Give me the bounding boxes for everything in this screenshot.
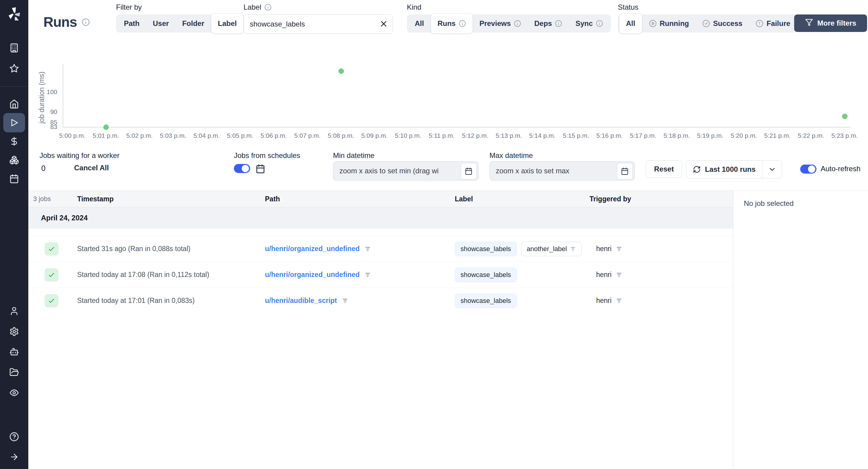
user-icon[interactable] <box>0 306 28 316</box>
col-label: Label <box>455 195 590 203</box>
col-timestamp: Timestamp <box>77 195 265 203</box>
jobs-from-schedules-toggle[interactable] <box>234 164 250 173</box>
run-path-link[interactable]: u/henri/organized_undefined <box>265 245 360 253</box>
kind-runs[interactable]: Runs <box>431 13 473 34</box>
kind-segmented: All Runs Previews Deps Sync <box>407 14 611 33</box>
user-filter-icon[interactable] <box>616 298 622 304</box>
page-title: Runs <box>43 14 77 30</box>
run-timestamp: Started 31s ago (Ran in 0,088s total) <box>77 245 265 253</box>
max-datetime-input[interactable] <box>490 162 634 180</box>
triggered-by-user: henri <box>596 296 612 305</box>
arrow-right-icon[interactable] <box>0 452 28 462</box>
path-filter-icon[interactable] <box>364 246 371 252</box>
filter-by-folder[interactable]: Folder <box>176 14 211 33</box>
label-info-icon[interactable] <box>264 4 272 11</box>
path-filter-icon[interactable] <box>364 272 371 278</box>
chart-data-point[interactable] <box>338 68 344 74</box>
run-path-link[interactable]: u/henri/organized_undefined <box>265 271 360 279</box>
more-filters-button[interactable]: More filters <box>794 14 867 32</box>
kind-deps-info-icon[interactable] <box>555 20 562 27</box>
date-group-header: April 24, 2024 <box>28 207 733 228</box>
chart-x-tick-label: 5:23 p.m. <box>820 132 868 139</box>
no-job-selected-text: No job selected <box>733 191 868 208</box>
kind-previews[interactable]: Previews <box>473 14 528 33</box>
auto-refresh-toggle[interactable] <box>800 164 816 174</box>
max-datetime-calendar-icon[interactable] <box>617 163 632 179</box>
schedule-calendar-icon <box>255 164 265 175</box>
chevron-down-icon <box>768 165 776 174</box>
label-pill: another_label <box>521 242 582 256</box>
folder-open-icon[interactable] <box>0 368 28 377</box>
kind-runs-info-icon[interactable] <box>459 20 466 27</box>
play-icon[interactable] <box>0 118 28 127</box>
cancel-all-button[interactable]: Cancel All <box>72 163 111 173</box>
min-datetime-calendar-icon[interactable] <box>461 163 476 179</box>
run-timestamp: Started today at 17:01 (Ran in 0,083s) <box>77 296 265 305</box>
run-path-link[interactable]: u/henri/audible_script <box>265 296 337 305</box>
eye-icon[interactable] <box>0 388 28 398</box>
runs-window-dropdown[interactable] <box>762 161 782 178</box>
success-check-icon <box>44 268 59 282</box>
kind-sync-info-icon[interactable] <box>596 20 603 27</box>
calendar-icon[interactable] <box>0 174 28 184</box>
home-icon[interactable] <box>0 99 28 109</box>
refresh-icon <box>693 165 701 173</box>
table-row[interactable]: Started 31s ago (Ran in 0,088s total) u/… <box>28 236 733 262</box>
robot-icon[interactable] <box>0 347 28 356</box>
help-circle-icon[interactable] <box>0 432 28 442</box>
label-filter-icon[interactable] <box>570 246 576 252</box>
reset-button[interactable]: Reset <box>646 160 682 178</box>
label-pill[interactable]: showcase_labels <box>455 242 517 256</box>
label-filter-input[interactable] <box>244 14 393 34</box>
table-row[interactable]: Started today at 17:08 (Ran in 0,112s to… <box>28 262 733 287</box>
status-failure[interactable]: Failure <box>749 14 797 33</box>
status-success[interactable]: Success <box>695 14 749 33</box>
table-row[interactable]: Started today at 17:01 (Ran in 0,083s) u… <box>28 287 733 313</box>
max-datetime-field <box>490 161 635 181</box>
chart-data-point[interactable] <box>103 124 109 130</box>
runs-window-button[interactable]: Last 1000 runs <box>686 161 762 178</box>
filters-header: Runs Filter by Path User Folder Label La… <box>28 0 868 45</box>
chart-data-point[interactable] <box>842 114 847 119</box>
user-filter-icon[interactable] <box>616 272 622 278</box>
chart-y-tick-label: 90 <box>28 108 57 116</box>
min-datetime-input[interactable] <box>333 162 478 180</box>
filter-by-label-option[interactable]: Label <box>211 13 244 34</box>
kind-all[interactable]: All <box>408 14 431 33</box>
status-segmented: All Running Success Failure <box>618 14 798 33</box>
chart-y-tick-label: 100 <box>28 88 57 96</box>
label-pill[interactable]: showcase_labels <box>455 268 517 282</box>
chart-y-axis-line <box>63 64 63 127</box>
status-group: Status All Running Success Failure <box>618 2 798 33</box>
status-label: Status <box>618 2 798 12</box>
windmill-logo-icon[interactable] <box>0 6 28 22</box>
kind-deps[interactable]: Deps <box>528 14 569 33</box>
filter-by-path[interactable]: Path <box>117 14 146 33</box>
filter-by-user[interactable]: User <box>146 14 176 33</box>
max-datetime-label: Max datetime <box>490 151 533 160</box>
col-path: Path <box>265 195 455 203</box>
user-filter-icon[interactable] <box>616 246 622 252</box>
sidebar-divider <box>0 86 28 87</box>
kind-sync[interactable]: Sync <box>569 14 610 33</box>
path-filter-icon[interactable] <box>342 298 348 304</box>
label-filter-group: Label <box>244 2 393 34</box>
kind-group: Kind All Runs Previews Deps Sync <box>407 2 611 33</box>
label-pill[interactable]: showcase_labels <box>455 293 517 308</box>
gear-icon[interactable] <box>0 327 28 336</box>
status-all[interactable]: All <box>619 13 642 34</box>
dollar-icon[interactable] <box>0 136 28 146</box>
status-running[interactable]: Running <box>642 14 695 33</box>
boxes-icon[interactable] <box>0 155 28 165</box>
building-icon[interactable] <box>0 43 28 53</box>
col-triggered-by: Triggered by <box>590 195 733 203</box>
play-circle-icon <box>649 20 657 27</box>
runs-chart: job duration (ms)1009085835:00 p.m.5:01 … <box>28 51 868 145</box>
job-detail-panel: No job selected <box>733 190 868 469</box>
runs-info-icon[interactable] <box>82 18 90 26</box>
star-icon[interactable] <box>0 64 28 73</box>
kind-previews-info-icon[interactable] <box>514 20 521 27</box>
filter-by-group: Filter by Path User Folder Label <box>116 2 245 33</box>
clear-label-icon[interactable] <box>379 19 388 30</box>
check-circle-icon <box>702 20 710 27</box>
